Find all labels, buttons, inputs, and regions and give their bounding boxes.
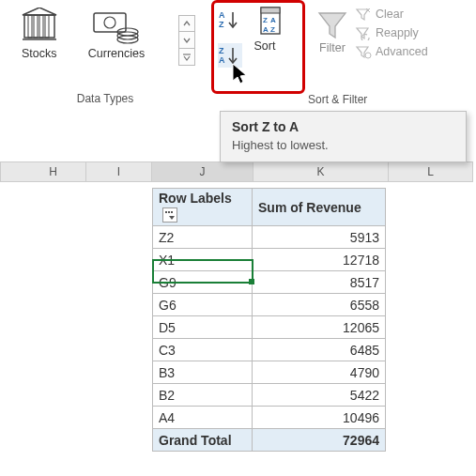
svg-marker-26 xyxy=(357,9,368,20)
filter-label: Filter xyxy=(319,41,345,54)
pivot-cell-value[interactable]: 10496 xyxy=(253,407,386,429)
tooltip: Sort Z to A Highest to lowest. xyxy=(220,111,467,162)
svg-text:Z: Z xyxy=(219,20,224,29)
filter-button[interactable]: Filter xyxy=(315,6,349,60)
filter-cluster: Filter Clear Reapply Advanced xyxy=(315,6,430,60)
svg-rect-20 xyxy=(261,8,280,13)
filter-icon xyxy=(315,8,349,41)
pivot-cell-label[interactable]: X1 xyxy=(153,249,253,271)
svg-text:A: A xyxy=(270,16,276,24)
chevron-up-icon xyxy=(183,21,191,26)
stocks-icon xyxy=(19,8,60,45)
col-header-H[interactable]: H xyxy=(21,161,86,182)
svg-marker-30 xyxy=(357,47,368,57)
reapply-button[interactable]: Reapply xyxy=(353,24,430,41)
col-header-J[interactable]: J xyxy=(152,161,253,182)
svg-rect-1 xyxy=(28,15,32,38)
col-header-K[interactable]: K xyxy=(253,161,389,182)
advanced-button[interactable]: Advanced xyxy=(353,43,430,60)
pivot-row: X112718 xyxy=(153,249,386,271)
currencies-icon xyxy=(92,8,141,45)
pivot-row: G98517 xyxy=(153,271,386,294)
pivot-cell-label[interactable]: G6 xyxy=(153,294,253,316)
advanced-icon xyxy=(355,44,372,59)
currencies-label: Currencies xyxy=(88,47,145,60)
advanced-label: Advanced xyxy=(376,45,428,58)
pivot-cell-label[interactable]: A4 xyxy=(153,407,253,429)
svg-marker-5 xyxy=(23,8,56,15)
currencies-button[interactable]: Currencies xyxy=(84,8,148,60)
sort-label: Sort xyxy=(254,39,276,53)
svg-marker-25 xyxy=(319,13,345,38)
ribbon: Stocks Currencies xyxy=(0,0,476,109)
sort-dialog-button[interactable]: Z A A Z Sort xyxy=(248,6,282,68)
pivot-row: B25422 xyxy=(153,384,386,407)
pivot-row: D512065 xyxy=(153,316,386,339)
chevron-down-bar-icon xyxy=(182,54,192,61)
pivot-cell-label[interactable]: Z2 xyxy=(153,226,253,249)
tooltip-title: Sort Z to A xyxy=(232,119,454,134)
stocks-label: Stocks xyxy=(22,47,57,60)
gallery-more-button[interactable] xyxy=(178,49,195,66)
sort-filter-group-label: Sort & Filter xyxy=(308,93,367,106)
pivot-cell-label[interactable]: D5 xyxy=(153,316,253,339)
clear-icon xyxy=(355,7,372,22)
pivot-cell-label[interactable]: C3 xyxy=(153,339,253,361)
pivot-row: G66558 xyxy=(153,294,386,316)
grid-area[interactable]: Row Labels Sum of Revenue Z25913X112718G… xyxy=(0,182,476,476)
col-header-L[interactable]: L xyxy=(389,161,473,182)
data-types-group-label: Data Types xyxy=(77,92,133,109)
pivot-cell-label[interactable]: B2 xyxy=(153,384,253,407)
gallery-down-button[interactable] xyxy=(178,32,195,49)
svg-rect-2 xyxy=(34,15,38,38)
svg-text:A: A xyxy=(219,55,225,65)
svg-text:Z: Z xyxy=(219,46,224,55)
clear-button[interactable]: Clear xyxy=(353,6,430,23)
pivot-total-label[interactable]: Grand Total xyxy=(153,429,253,452)
pivot-cell-label[interactable]: B3 xyxy=(153,361,253,384)
select-all-corner[interactable] xyxy=(0,161,21,182)
pivot-row-header-label: Row Labels xyxy=(159,191,232,206)
row-labels-dropdown[interactable] xyxy=(162,207,177,223)
tooltip-body: Highest to lowest. xyxy=(232,138,454,152)
svg-text:A: A xyxy=(263,25,269,34)
gallery-arrows xyxy=(178,15,195,66)
pivot-cell-value[interactable]: 12718 xyxy=(253,249,386,271)
pivot-cell-value[interactable]: 8517 xyxy=(253,271,386,294)
pivot-cell-value[interactable]: 6485 xyxy=(253,339,386,361)
sort-az-button[interactable]: A Z xyxy=(218,8,242,32)
sort-dialog-icon: Z A A Z xyxy=(248,6,282,39)
svg-text:A: A xyxy=(219,10,225,20)
col-header-I[interactable]: I xyxy=(86,161,152,182)
svg-point-8 xyxy=(104,17,115,28)
pivot-cell-label[interactable]: G9 xyxy=(153,271,253,294)
svg-rect-3 xyxy=(39,15,43,38)
pivot-row: A410496 xyxy=(153,407,386,429)
pivot-cell-value[interactable]: 4790 xyxy=(253,361,386,384)
pivot-row: C36485 xyxy=(153,339,386,361)
chevron-down-icon xyxy=(183,38,191,43)
data-types-group: Stocks Currencies xyxy=(0,0,210,109)
pivot-table: Row Labels Sum of Revenue Z25913X112718G… xyxy=(152,188,386,452)
sort-za-button[interactable]: Z A xyxy=(218,43,242,68)
svg-rect-4 xyxy=(45,15,49,38)
column-headers: H I J K L xyxy=(0,161,476,182)
sort-cluster: A Z Z A Z A A xyxy=(218,6,282,68)
reapply-icon xyxy=(355,25,372,40)
pivot-row-header: Row Labels xyxy=(153,189,253,226)
worksheet: H I J K L Row Labels Sum of Revenue Z259… xyxy=(0,161,476,476)
stocks-button[interactable]: Stocks xyxy=(15,8,64,60)
pivot-cell-value[interactable]: 5422 xyxy=(253,384,386,407)
pivot-cell-value[interactable]: 5913 xyxy=(253,226,386,249)
gallery-up-button[interactable] xyxy=(178,15,195,32)
svg-point-31 xyxy=(365,53,371,58)
pivot-cell-value[interactable]: 6558 xyxy=(253,294,386,316)
pivot-cell-value[interactable]: 12065 xyxy=(253,316,386,339)
pivot-row: Z25913 xyxy=(153,226,386,249)
sort-az-icon: A Z xyxy=(219,9,241,30)
clear-label: Clear xyxy=(376,8,404,21)
svg-text:Z: Z xyxy=(270,25,275,34)
pivot-total-value[interactable]: 72964 xyxy=(253,429,386,452)
reapply-label: Reapply xyxy=(376,26,419,39)
pivot-row: B34790 xyxy=(153,361,386,384)
